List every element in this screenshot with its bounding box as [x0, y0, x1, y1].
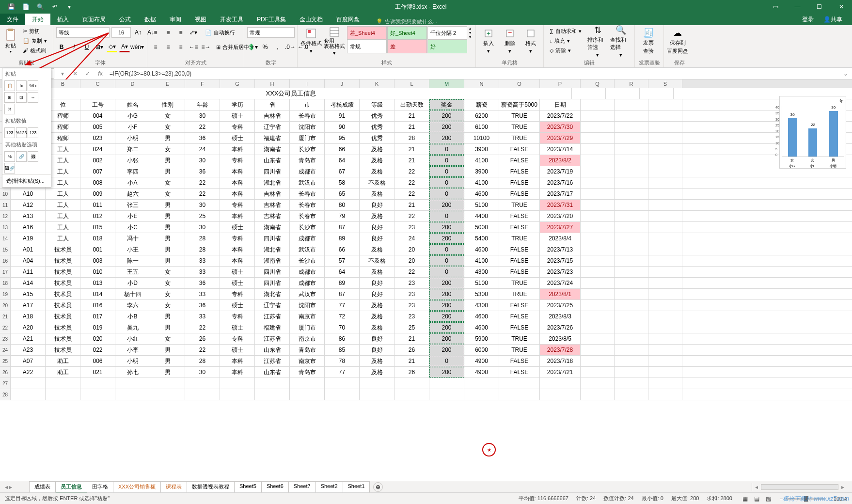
- cell[interactable]: 2023/8/3: [540, 311, 581, 322]
- cell[interactable]: 专科: [220, 311, 255, 322]
- cell[interactable]: 男: [150, 311, 185, 322]
- cell[interactable]: 5300: [464, 289, 499, 299]
- undo-icon[interactable]: ↶: [47, 0, 62, 14]
- cell[interactable]: 工人: [46, 211, 80, 221]
- row-header[interactable]: 24: [0, 345, 11, 355]
- cell[interactable]: 4100: [464, 155, 499, 166]
- cell[interactable]: 小明: [115, 133, 150, 143]
- cell[interactable]: [648, 166, 682, 177]
- page-break-view-icon[interactable]: ▧: [763, 493, 774, 504]
- column-header-M[interactable]: M: [429, 79, 464, 88]
- cell[interactable]: 长沙市: [290, 144, 325, 155]
- cell[interactable]: 厦门市: [290, 133, 325, 143]
- cell[interactable]: 良好: [360, 345, 394, 355]
- cell[interactable]: [581, 322, 615, 333]
- cell[interactable]: 硕士: [220, 345, 255, 355]
- cell[interactable]: 湖北省: [255, 177, 290, 188]
- cell[interactable]: 89: [325, 278, 360, 288]
- cell[interactable]: 21: [394, 110, 429, 121]
- cell[interactable]: 28: [185, 233, 220, 244]
- cell[interactable]: 良好: [360, 333, 394, 344]
- row-header[interactable]: 18: [0, 278, 11, 288]
- cell[interactable]: 87: [325, 289, 360, 299]
- cell[interactable]: FALSE: [499, 211, 540, 221]
- cell[interactable]: 工人: [46, 233, 80, 244]
- cell[interactable]: 工号: [80, 99, 115, 110]
- cell[interactable]: 013: [80, 278, 115, 288]
- cell[interactable]: 79: [325, 211, 360, 221]
- cell[interactable]: [648, 99, 682, 110]
- cell[interactable]: A14: [11, 278, 46, 288]
- tab-jinshan[interactable]: 金山文档: [293, 14, 330, 25]
- cell[interactable]: [581, 233, 615, 244]
- cell[interactable]: 007: [80, 166, 115, 177]
- cell[interactable]: [615, 267, 648, 277]
- cell[interactable]: 硕士: [220, 267, 255, 277]
- insert-function-icon[interactable]: fx: [94, 68, 107, 79]
- cell[interactable]: [115, 378, 150, 389]
- cell[interactable]: 009: [80, 189, 115, 199]
- cell[interactable]: 良好: [360, 200, 394, 210]
- cell[interactable]: 吉林省: [255, 200, 290, 210]
- cell[interactable]: 不及格: [360, 177, 394, 188]
- clear-button[interactable]: ◇ 清除▾: [547, 46, 585, 55]
- cell[interactable]: 21: [394, 200, 429, 210]
- cell[interactable]: 赵六: [115, 189, 150, 199]
- cell[interactable]: [648, 222, 682, 233]
- row-header[interactable]: 22: [0, 322, 11, 333]
- row-header[interactable]: 15: [0, 244, 11, 255]
- column-header-C[interactable]: C: [80, 79, 115, 88]
- sheet-tab-5[interactable]: 数据透视表教程: [187, 481, 235, 493]
- cell[interactable]: 22: [394, 166, 429, 177]
- cell[interactable]: 200: [429, 333, 464, 344]
- cell[interactable]: 200: [429, 311, 464, 322]
- cell[interactable]: 本科: [220, 255, 255, 266]
- cell[interactable]: 5100: [464, 200, 499, 210]
- cell[interactable]: A04: [11, 255, 46, 266]
- cell[interactable]: 技术员: [46, 345, 80, 355]
- close-icon[interactable]: ✕: [830, 0, 852, 14]
- cell[interactable]: 200: [429, 289, 464, 299]
- cell[interactable]: 四川省: [255, 166, 290, 177]
- cell[interactable]: [360, 389, 394, 400]
- cell[interactable]: 女: [150, 110, 185, 121]
- cell[interactable]: [581, 267, 615, 277]
- cell[interactable]: 工人: [46, 200, 80, 210]
- cell[interactable]: 78: [325, 356, 360, 366]
- cell[interactable]: [499, 378, 540, 389]
- cell[interactable]: [572, 88, 606, 99]
- cell[interactable]: 奖金: [429, 99, 464, 110]
- cell[interactable]: 5400: [464, 233, 499, 244]
- cell[interactable]: 南京市: [290, 333, 325, 344]
- cell[interactable]: 吉林省: [255, 189, 290, 199]
- table-format-button[interactable]: 套用 表格格式▾: [324, 26, 345, 56]
- cell[interactable]: 硕士: [220, 133, 255, 143]
- cell[interactable]: 36: [185, 278, 220, 288]
- cell[interactable]: [150, 378, 185, 389]
- cell[interactable]: 江苏省: [255, 356, 290, 366]
- cell[interactable]: FALSE: [499, 356, 540, 366]
- cell[interactable]: 22: [394, 211, 429, 221]
- bold-icon[interactable]: B: [56, 42, 67, 52]
- cell[interactable]: 女: [150, 278, 185, 288]
- cell[interactable]: 024: [80, 144, 115, 155]
- cell[interactable]: A20: [11, 322, 46, 333]
- row-header[interactable]: 25: [0, 356, 11, 366]
- cell[interactable]: [325, 389, 360, 400]
- cell[interactable]: 21: [394, 333, 429, 344]
- cell[interactable]: 2023/7/22: [540, 110, 581, 121]
- cell[interactable]: 91: [325, 110, 360, 121]
- cell[interactable]: [581, 200, 615, 210]
- page-layout-view-icon[interactable]: ▤: [752, 493, 762, 504]
- cell[interactable]: 2023/7/20: [540, 211, 581, 221]
- find-select-button[interactable]: 🔍查找和选择▾: [610, 26, 631, 56]
- cell[interactable]: 24: [394, 233, 429, 244]
- cell[interactable]: [615, 122, 648, 132]
- cell[interactable]: 30: [185, 367, 220, 378]
- cell[interactable]: 男: [150, 133, 185, 143]
- cell[interactable]: [648, 278, 682, 288]
- cell[interactable]: 福建省: [255, 133, 290, 143]
- cell[interactable]: 技术员: [46, 244, 80, 255]
- cell[interactable]: 小B: [115, 311, 150, 322]
- cell[interactable]: 男: [150, 356, 185, 366]
